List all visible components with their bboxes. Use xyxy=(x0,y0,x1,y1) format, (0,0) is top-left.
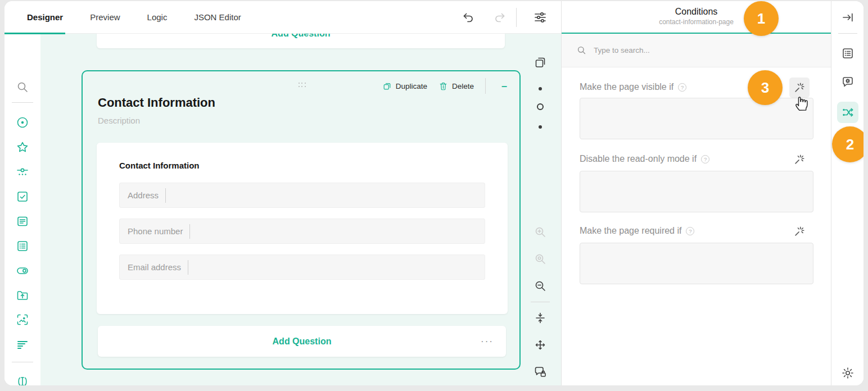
drag-handle-icon[interactable] xyxy=(299,83,306,88)
radiogroup-icon[interactable] xyxy=(13,113,31,131)
main-header: Designer Preview Logic JSON Editor xyxy=(4,1,561,34)
undo-icon[interactable] xyxy=(462,11,475,24)
item-label: Email address xyxy=(120,262,181,272)
page-actions: Duplicate Delete – xyxy=(382,78,512,94)
matrix-icon[interactable] xyxy=(13,237,31,255)
condition-field-readonly: Disable the read-only mode if ? xyxy=(580,154,813,164)
conditions-panel-header: Conditions contact-information-page xyxy=(562,1,831,34)
gear-icon[interactable] xyxy=(841,366,855,380)
collapse-panel-icon[interactable] xyxy=(841,11,855,24)
enable-if-expression-input[interactable] xyxy=(580,171,813,212)
delete-label: Delete xyxy=(452,82,474,90)
collapse-all-icon[interactable] xyxy=(534,311,547,325)
search-input[interactable] xyxy=(594,46,779,54)
conditions-panel-title: Conditions xyxy=(562,7,831,17)
conditions-icon xyxy=(841,106,855,119)
boolean-icon[interactable] xyxy=(13,262,31,280)
collapse-page-button[interactable]: – xyxy=(497,80,512,92)
multipletext-row[interactable]: Phone number xyxy=(119,219,485,244)
multipletext-row[interactable]: Address xyxy=(119,183,485,208)
add-question-more-icon[interactable]: ··· xyxy=(481,336,494,347)
magic-wand-icon[interactable] xyxy=(789,221,810,242)
design-surface: Add Question Duplicate Delete – Contact … xyxy=(40,34,561,385)
help-icon[interactable]: ? xyxy=(701,155,709,163)
toolbox-sidebar xyxy=(4,34,40,385)
chat-gear-icon[interactable] xyxy=(841,75,855,89)
field-label: Make the page required if ? xyxy=(580,226,813,236)
field-label-text: Make the page visible if xyxy=(580,82,673,92)
pages-icon[interactable] xyxy=(534,56,547,69)
magic-wand-icon[interactable] xyxy=(789,149,810,170)
view-tabs: Designer Preview Logic JSON Editor xyxy=(4,1,561,33)
condition-field-required: Make the page required if ? xyxy=(580,226,813,236)
duplicate-label: Duplicate xyxy=(396,82,427,90)
duplicate-button[interactable]: Duplicate xyxy=(382,81,427,91)
add-question-button[interactable]: Add Question ··· xyxy=(98,326,506,357)
multipletext-question-card[interactable]: Contact Information Address Phone number… xyxy=(97,143,508,314)
help-icon[interactable]: ? xyxy=(678,83,686,92)
annotation-badge-1: 1 xyxy=(744,1,779,36)
settings-sliders-icon[interactable] xyxy=(534,11,547,24)
zoom-in-icon xyxy=(534,225,547,239)
tab-logic[interactable]: Logic xyxy=(134,12,181,22)
duplicate-icon xyxy=(382,81,392,91)
image-picker-icon[interactable] xyxy=(13,311,31,329)
item-label: Address xyxy=(120,190,159,200)
page-description-placeholder[interactable]: Description xyxy=(98,116,140,125)
redo-icon xyxy=(493,11,507,24)
search-icon[interactable] xyxy=(13,78,31,96)
annotation-badge-2: 2 xyxy=(832,126,864,162)
zoom-out-icon[interactable] xyxy=(534,279,547,293)
help-icon[interactable]: ? xyxy=(686,227,694,235)
cursor-hand-icon xyxy=(793,93,810,112)
page-dot[interactable] xyxy=(539,125,542,129)
conditions-panel: Make the page visible if ? Disable the r… xyxy=(562,34,831,385)
required-if-expression-input[interactable] xyxy=(580,243,813,284)
item-separator xyxy=(165,188,166,203)
conditions-panel-subtitle: contact-information-page xyxy=(562,18,831,26)
active-tab-underline xyxy=(4,33,65,34)
dropdown-icon[interactable] xyxy=(13,163,31,181)
rating-icon[interactable] xyxy=(13,138,31,156)
survey-creator-app: Designer Preview Logic JSON Editor Condi… xyxy=(4,1,864,385)
visible-if-expression-input[interactable] xyxy=(580,98,813,139)
conditions-tab-active[interactable] xyxy=(837,102,858,123)
tab-designer[interactable]: Designer xyxy=(13,12,76,22)
panel-separator xyxy=(561,1,562,385)
trash-icon xyxy=(438,81,448,91)
page-title[interactable]: Contact Information xyxy=(98,96,215,110)
panel-icon[interactable] xyxy=(13,372,31,385)
multipletext-row[interactable]: Email address xyxy=(119,254,485,280)
sidebar-divider xyxy=(838,33,857,34)
toolbox-divider xyxy=(12,362,33,362)
annotation-badge-3: 3 xyxy=(748,70,783,105)
item-separator xyxy=(188,260,188,275)
field-label: Disable the read-only mode if ? xyxy=(580,154,813,164)
property-tabs-sidebar xyxy=(831,1,864,385)
comment-icon[interactable] xyxy=(13,212,31,230)
lock-questions-icon[interactable] xyxy=(534,365,547,379)
item-label: Phone number xyxy=(120,226,183,236)
property-grid-icon[interactable] xyxy=(841,47,855,60)
header-divider xyxy=(516,8,517,27)
selected-page-panel[interactable]: Duplicate Delete – Contact Information D… xyxy=(82,70,521,370)
file-upload-icon[interactable] xyxy=(13,287,31,304)
previous-page-add-question-button[interactable]: Add Question xyxy=(97,34,505,48)
toolbox-divider xyxy=(12,102,33,103)
ranking-icon[interactable] xyxy=(13,336,31,354)
checkbox-icon[interactable] xyxy=(13,188,31,206)
add-question-label: Add Question xyxy=(273,337,332,347)
page-dot[interactable] xyxy=(539,87,542,90)
field-label-text: Disable the read-only mode if xyxy=(580,154,697,164)
toolbar-divider xyxy=(531,302,550,302)
page-dot-current[interactable] xyxy=(537,103,544,110)
field-label-text: Make the page required if xyxy=(580,226,681,236)
zoom-reset-icon xyxy=(534,252,547,266)
item-separator xyxy=(189,224,190,239)
move-canvas-icon[interactable] xyxy=(534,338,547,352)
tab-json-editor[interactable]: JSON Editor xyxy=(180,12,254,22)
delete-button[interactable]: Delete xyxy=(438,81,474,91)
question-title[interactable]: Contact Information xyxy=(119,161,200,170)
tab-preview[interactable]: Preview xyxy=(76,12,133,22)
actions-divider xyxy=(485,78,486,94)
